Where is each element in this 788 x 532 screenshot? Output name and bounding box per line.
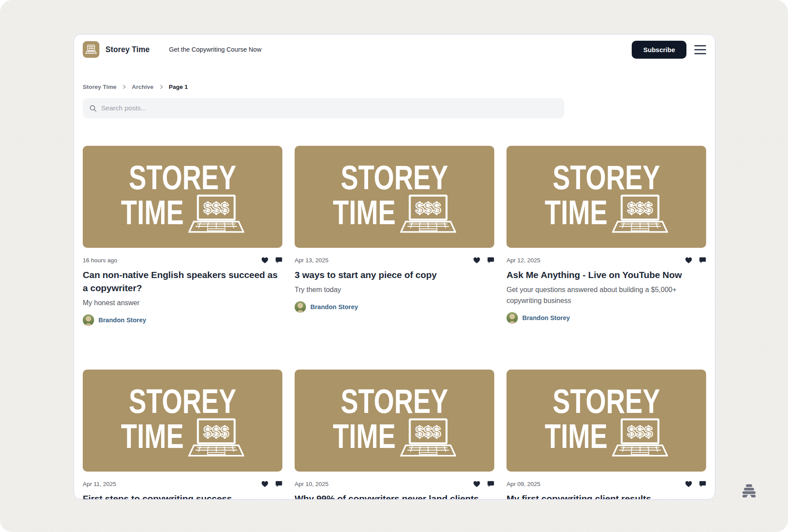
post-author[interactable]: Brandon Storey (507, 312, 706, 324)
cover-art-line2: TIME (121, 418, 183, 454)
comment-icon[interactable] (275, 257, 282, 264)
cover-art-line1: STOREY (129, 383, 236, 419)
post-card[interactable]: STOREY TIME $$$ (507, 146, 706, 370)
author-avatar (295, 301, 306, 313)
search-icon (89, 105, 97, 112)
comment-icon[interactable] (699, 481, 706, 487)
post-date: 16 hours ago (83, 257, 117, 264)
site-card: Storey Time Get the Copywriting Course N… (74, 34, 715, 500)
search-bar[interactable] (83, 98, 564, 118)
laptop-dollars-icon: $$$ (400, 194, 456, 236)
post-cover-image[interactable]: STOREY TIME $$$ (295, 370, 494, 472)
cover-art-line1: STOREY (552, 159, 660, 196)
author-name: Brandon Storey (522, 314, 570, 321)
post-cover-image[interactable]: STOREY TIME $$$ (295, 146, 494, 248)
search-input[interactable] (101, 104, 558, 112)
comment-icon[interactable] (487, 481, 494, 487)
svg-text:$$$: $$$ (627, 423, 653, 440)
svg-text:$$$: $$$ (415, 423, 441, 440)
post-author[interactable]: Brandon Storey (295, 301, 494, 313)
post-title[interactable]: My first copywriting client results (507, 492, 706, 500)
subscribe-button[interactable]: Subscribe (632, 41, 686, 59)
page: Storey Time Get the Copywriting Course N… (0, 0, 788, 532)
post-meta: 16 hours ago (83, 256, 282, 264)
like-icon[interactable] (685, 481, 692, 487)
post-card[interactable]: STOREY TIME $$$ (295, 146, 494, 370)
cover-art-line1: STOREY (341, 159, 448, 196)
post-title[interactable]: Why 99% of copywriters never land client… (295, 492, 494, 500)
cover-art-line2: TIME (333, 194, 395, 231)
beehiiv-icon[interactable] (742, 484, 756, 500)
cover-art: STOREY TIME $$$ (333, 388, 456, 455)
post-meta: Apr 13, 2025 (295, 256, 494, 264)
header: Storey Time Get the Copywriting Course N… (83, 35, 706, 58)
cover-art-line1: STOREY (552, 383, 660, 419)
svg-text:$$$: $$$ (204, 199, 229, 216)
post-title[interactable]: 3 ways to start any piece of copy (295, 268, 494, 282)
like-icon[interactable] (261, 481, 268, 487)
post-card[interactable]: STOREY TIME $$$ (507, 370, 706, 500)
author-name: Brandon Storey (98, 317, 146, 324)
cover-art-line2: TIME (333, 418, 395, 454)
like-icon[interactable] (685, 257, 692, 264)
cover-art: STOREY TIME $$$ (545, 164, 668, 231)
comment-icon[interactable] (699, 257, 706, 264)
like-icon[interactable] (261, 257, 268, 264)
breadcrumb-home[interactable]: Storey Time (83, 84, 116, 90)
cover-art: STOREY TIME $$$ (333, 164, 456, 231)
post-date: Apr 09, 2025 (507, 481, 540, 487)
site-logo[interactable] (83, 41, 99, 58)
breadcrumb: Storey Time Archive Page 1 (83, 84, 706, 90)
author-name: Brandon Storey (310, 303, 358, 310)
like-icon[interactable] (473, 257, 480, 264)
cover-art-line1: STOREY (341, 383, 448, 419)
laptop-dollars-icon: $$$ (612, 194, 668, 236)
svg-text:$$$: $$$ (204, 423, 229, 440)
header-actions: Subscribe (632, 41, 706, 59)
breadcrumb-archive[interactable]: Archive (132, 84, 154, 90)
post-subtitle: Try them today (295, 284, 494, 295)
post-meta: Apr 11, 2025 (83, 479, 282, 488)
post-meta: Apr 09, 2025 (507, 479, 706, 488)
post-card[interactable]: STOREY TIME $$$ (295, 370, 494, 500)
post-cover-image[interactable]: STOREY TIME $$$ (507, 146, 706, 248)
comment-icon[interactable] (275, 481, 282, 487)
author-avatar (83, 314, 94, 326)
posts-grid: STOREY TIME $$$ (83, 146, 706, 500)
svg-text:$$$: $$$ (415, 199, 441, 216)
post-date: Apr 12, 2025 (507, 257, 540, 264)
post-date: Apr 10, 2025 (295, 481, 328, 487)
post-subtitle: Get your questions answered about buildi… (507, 284, 706, 306)
laptop-dollars-icon: $$$ (188, 194, 244, 236)
chevron-right-icon (122, 85, 127, 89)
laptop-dollars-icon: $$$ (188, 418, 244, 459)
post-card[interactable]: STOREY TIME $$$ (83, 146, 282, 370)
post-meta: Apr 12, 2025 (507, 256, 706, 264)
post-cover-image[interactable]: STOREY TIME $$$ (507, 370, 706, 472)
post-cover-image[interactable]: STOREY TIME $$$ (83, 370, 282, 472)
author-avatar (507, 312, 518, 324)
post-title[interactable]: Can non-native English speakers succeed … (83, 268, 282, 295)
nav-link-course[interactable]: Get the Copywriting Course Now (169, 46, 261, 53)
cover-art: STOREY TIME $$$ (121, 388, 244, 455)
comment-icon[interactable] (487, 257, 494, 264)
cover-art: STOREY TIME $$$ (545, 388, 668, 455)
post-title[interactable]: Ask Me Anything - Live on YouTube Now (507, 268, 706, 282)
cover-art-line1: STOREY (129, 159, 236, 196)
post-author[interactable]: Brandon Storey (83, 314, 282, 326)
laptop-dollars-icon: $$$ (400, 418, 456, 459)
post-title[interactable]: First steps to copywriting success (83, 492, 282, 500)
laptop-money-icon (85, 45, 97, 54)
post-date: Apr 13, 2025 (295, 257, 328, 264)
cover-art-line2: TIME (545, 194, 607, 231)
post-cover-image[interactable]: STOREY TIME $$$ (83, 146, 282, 248)
cover-art: STOREY TIME $$$ (121, 164, 244, 231)
site-title: Storey Time (106, 45, 150, 54)
post-date: Apr 11, 2025 (83, 481, 116, 487)
like-icon[interactable] (473, 481, 480, 487)
chevron-right-icon (159, 85, 164, 89)
post-card[interactable]: STOREY TIME $$$ (83, 370, 282, 500)
post-subtitle: My honest answer (83, 297, 282, 308)
cover-art-line2: TIME (545, 418, 607, 454)
menu-icon[interactable] (694, 43, 706, 56)
